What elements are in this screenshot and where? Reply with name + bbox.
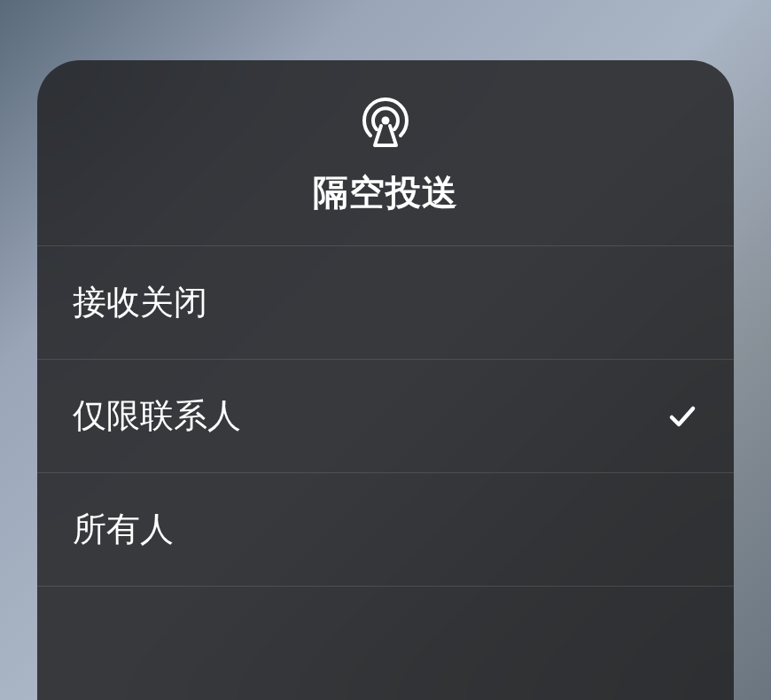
airdrop-icon [359,96,412,149]
panel-title: 隔空投送 [313,168,458,217]
option-contacts-only[interactable]: 仅限联系人 [37,360,734,473]
airdrop-settings-panel: 隔空投送 接收关闭 仅限联系人 所有人 [37,60,734,700]
option-label: 仅限联系人 [73,393,241,439]
option-label: 接收关闭 [73,280,207,325]
option-list: 接收关闭 仅限联系人 所有人 [37,246,734,587]
panel-header: 隔空投送 [37,60,734,246]
option-receiving-off[interactable]: 接收关闭 [37,246,734,360]
option-label: 所有人 [73,507,174,552]
option-everyone[interactable]: 所有人 [37,473,734,587]
svg-point-0 [382,117,390,125]
checkmark-icon [666,401,698,432]
